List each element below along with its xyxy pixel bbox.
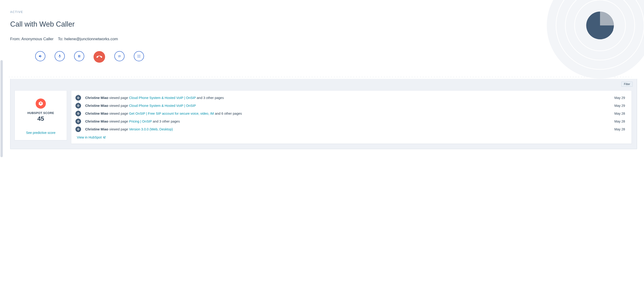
activity-timeline-card: Christine Miao viewed page Cloud Phone S… — [71, 90, 632, 144]
timeline-suffix: and 3 other pages — [196, 96, 224, 100]
svg-rect-6 — [78, 55, 79, 57]
globe-icon — [76, 103, 81, 108]
torn-edge-divider — [8, 76, 632, 79]
timeline-action: viewed page — [109, 127, 129, 131]
from-value: Anonymous Caller — [21, 37, 54, 41]
timeline-page-link[interactable]: Pricing | OnSIP — [129, 120, 152, 123]
timeline-date: May 28 — [614, 127, 625, 131]
timeline-action: viewed page — [109, 112, 129, 115]
pause-icon — [78, 54, 81, 58]
timeline-person: Christine Miao — [85, 120, 108, 123]
globe-icon — [76, 119, 81, 124]
call-status-label: ACTIVE — [10, 10, 644, 14]
timeline-text: Christine Miao viewed page Get OnSIP | F… — [85, 112, 610, 115]
globe-icon — [76, 126, 81, 132]
score-value: 45 — [38, 115, 44, 122]
call-controls — [35, 51, 644, 63]
timeline-date: May 28 — [614, 120, 625, 123]
svg-point-13 — [140, 56, 140, 57]
hold-button[interactable] — [74, 51, 84, 61]
hangup-button[interactable] — [94, 51, 105, 63]
transfer-icon — [117, 54, 122, 58]
svg-rect-7 — [80, 55, 80, 57]
hubspot-logo-icon — [36, 98, 46, 109]
to-value: helene@junctionnetworks.com — [64, 37, 118, 41]
external-link-icon — [103, 136, 106, 139]
timeline-person: Christine Miao — [85, 104, 108, 107]
timeline-row: Christine Miao viewed page Pricing | OnS… — [76, 117, 625, 125]
svg-point-9 — [139, 55, 139, 55]
hubspot-score-card: HUBSPOT SCORE 45 See predictive score — [14, 90, 67, 140]
view-in-hubspot-link[interactable]: View in HubSpot — [77, 135, 106, 139]
globe-icon — [76, 111, 81, 116]
timeline-row: Christine Miao viewed page Version 3.0.0… — [76, 125, 625, 133]
hangup-icon — [96, 54, 102, 60]
timeline-page-link[interactable]: Get OnSIP | Free SIP account for secure … — [129, 112, 214, 115]
timeline-row: Christine Miao viewed page Cloud Phone S… — [76, 102, 625, 110]
timeline-text: Christine Miao viewed page Pricing | OnS… — [85, 120, 610, 123]
timeline-row: Christine Miao viewed page Cloud Phone S… — [76, 94, 625, 102]
timeline-row: Christine Miao viewed page Get OnSIP | F… — [76, 110, 625, 117]
svg-point-14 — [138, 57, 138, 57]
speaker-icon — [38, 54, 42, 58]
predictive-score-link[interactable]: See predictive score — [26, 131, 56, 135]
svg-point-10 — [140, 55, 140, 55]
timeline-page-link[interactable]: Version 3.0.0 (Web, Desktop) — [129, 127, 173, 131]
timeline-person: Christine Miao — [85, 112, 108, 115]
filter-button[interactable]: Filter — [621, 82, 633, 87]
speaker-button[interactable] — [35, 51, 45, 61]
svg-rect-4 — [59, 54, 60, 56]
timeline-suffix: and 6 other pages — [214, 112, 242, 115]
globe-icon — [76, 95, 81, 101]
svg-point-12 — [139, 56, 139, 57]
timeline-page-link[interactable]: Cloud Phone System & Hosted VoIP | OnSIP — [129, 104, 196, 107]
svg-point-11 — [138, 56, 138, 57]
timeline-date: May 29 — [614, 104, 625, 107]
dialpad-icon — [137, 54, 141, 58]
call-participants: From: Anonymous Caller To: helene@juncti… — [10, 37, 644, 41]
call-title: Call with Web Caller — [10, 20, 644, 28]
timeline-text: Christine Miao viewed page Cloud Phone S… — [85, 96, 610, 100]
from-label: From: — [10, 37, 20, 41]
timeline-person: Christine Miao — [85, 127, 108, 131]
to-label: To: — [58, 37, 63, 41]
svg-point-8 — [138, 55, 138, 55]
svg-point-15 — [139, 57, 139, 57]
timeline-suffix: and 3 other pages — [152, 120, 180, 123]
timeline-page-link[interactable]: Cloud Phone System & Hosted VoIP | OnSIP — [129, 96, 196, 100]
microphone-icon — [58, 54, 62, 58]
score-title: HUBSPOT SCORE — [27, 111, 54, 115]
timeline-date: May 29 — [614, 96, 625, 100]
activity-panel: Filter HUBSPOT SCORE 45 See predictive s… — [10, 79, 637, 149]
timeline-person: Christine Miao — [85, 96, 108, 100]
timeline-text: Christine Miao viewed page Version 3.0.0… — [85, 127, 610, 131]
timeline-date: May 28 — [614, 112, 625, 115]
timeline-action: viewed page — [109, 96, 129, 100]
timeline-text: Christine Miao viewed page Cloud Phone S… — [85, 104, 610, 107]
activity-timeline: Christine Miao viewed page Cloud Phone S… — [76, 94, 625, 133]
transfer-button[interactable] — [114, 51, 124, 61]
dialpad-button[interactable] — [134, 51, 144, 61]
svg-point-16 — [140, 57, 140, 57]
microphone-button[interactable] — [55, 51, 65, 61]
view-in-hubspot-label: View in HubSpot — [77, 135, 102, 139]
timeline-action: viewed page — [109, 120, 129, 123]
timeline-action: viewed page — [109, 104, 129, 107]
